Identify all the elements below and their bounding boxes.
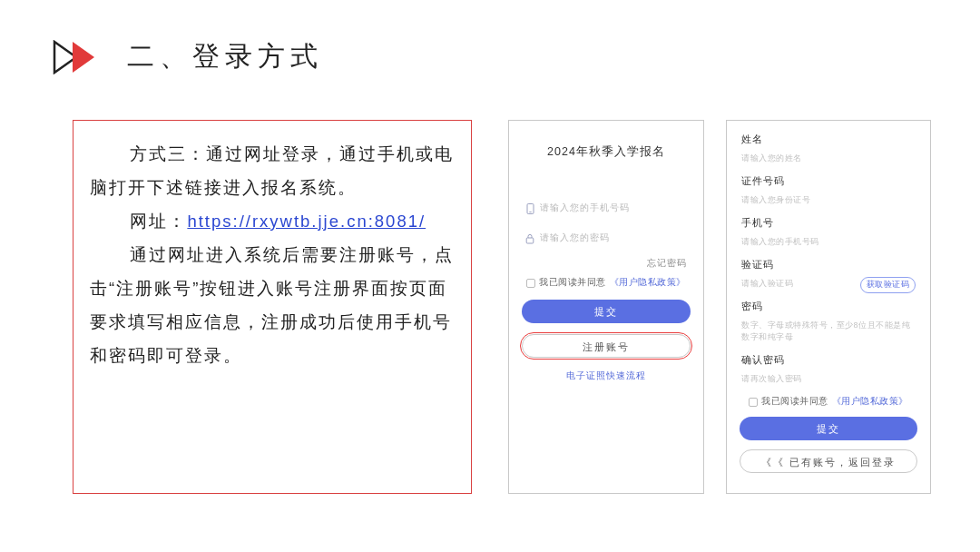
name-input[interactable]: 请输入您的姓名 [741, 150, 916, 170]
signup-agree-prefix: 我已阅读并同意 [761, 396, 828, 408]
forgot-password-link[interactable]: 忘记密码 [520, 258, 692, 270]
id-input[interactable]: 请输入您身份证号 [741, 192, 916, 212]
login-password-placeholder: 请输入您的密码 [540, 232, 610, 244]
password-input[interactable]: 数字、字母或特殊符号，至少8位且不能是纯数字和纯字母 [741, 317, 916, 349]
signup-agree-checkbox[interactable] [749, 398, 758, 407]
svg-rect-4 [526, 238, 534, 243]
signup-submit-button[interactable]: 提交 [740, 417, 917, 440]
double-play-icon [53, 40, 109, 74]
instruction-p3: 通过网址进入系统后需要注册账号，点击“注册账号”按钮进入账号注册界面按页面要求填… [90, 238, 455, 372]
phone-label: 手机号 [741, 217, 916, 230]
slide-header: 二、登录方式 [53, 38, 323, 75]
login-submit-button[interactable]: 提交 [522, 300, 691, 323]
slide-title: 二、登录方式 [127, 38, 323, 75]
name-label: 姓名 [741, 133, 916, 146]
id-label: 证件号码 [741, 175, 916, 188]
code-input[interactable]: 请输入验证码 [741, 275, 860, 295]
get-code-button[interactable]: 获取验证码 [860, 277, 916, 293]
instruction-p1: 方式三：通过网址登录，通过手机或电脑打开下述链接进入报名系统。 [90, 137, 455, 204]
slide-root: 二、登录方式 方式三：通过网址登录，通过手机或电脑打开下述链接进入报名系统。 网… [0, 0, 980, 552]
login-password-field[interactable]: 请输入您的密码 [525, 228, 687, 249]
url-label: 网址： [130, 212, 187, 231]
login-phone-placeholder: 请输入您的手机号码 [540, 202, 630, 214]
lock-icon [525, 233, 534, 244]
confirm-password-field: 确认密码 请再次输入密码 [741, 354, 916, 390]
phone-input[interactable]: 请输入您的手机号码 [741, 233, 916, 253]
svg-rect-3 [529, 212, 531, 212]
confirm-password-input[interactable]: 请再次输入密码 [741, 370, 916, 390]
svg-marker-1 [73, 42, 94, 73]
phone-field: 手机号 请输入您的手机号码 [741, 217, 916, 253]
register-button[interactable]: 注册账号 [522, 334, 691, 358]
login-title: 2024年秋季入学报名 [520, 144, 692, 160]
instruction-url-line: 网址：https://rxywtb.jje.cn:8081/ [90, 204, 455, 238]
phone-icon [525, 203, 534, 214]
login-agree-row: 我已阅读并同意 《用户隐私政策》 [520, 277, 692, 289]
agree-checkbox[interactable] [526, 279, 535, 288]
login-panel: 2024年秋季入学报名 请输入您的手机号码 请输入您的密码 忘记密码 我已阅读并… [508, 120, 704, 494]
url-link[interactable]: https://rxywtb.jje.cn:8081/ [187, 212, 426, 231]
digital-cert-link[interactable]: 电子证照快速流程 [520, 370, 692, 382]
instruction-box: 方式三：通过网址登录，通过手机或电脑打开下述链接进入报名系统。 网址：https… [73, 120, 472, 494]
back-to-login-button[interactable]: 《《 已有账号，返回登录 [740, 449, 917, 473]
signup-panel: 姓名 请输入您的姓名 证件号码 请输入您身份证号 手机号 请输入您的手机号码 验… [726, 120, 931, 494]
code-label: 验证码 [741, 259, 916, 271]
signup-agree-row: 我已阅读并同意 《用户隐私政策》 [738, 396, 919, 408]
confirm-password-label: 确认密码 [741, 354, 916, 367]
login-phone-field[interactable]: 请输入您的手机号码 [525, 198, 687, 219]
name-field: 姓名 请输入您的姓名 [741, 133, 916, 170]
privacy-policy-link[interactable]: 《用户隐私政策》 [610, 277, 686, 289]
id-field: 证件号码 请输入您身份证号 [741, 175, 916, 212]
agree-prefix: 我已阅读并同意 [539, 277, 606, 289]
code-field: 验证码 请输入验证码 获取验证码 [741, 259, 916, 295]
password-field: 密码 数字、字母或特殊符号，至少8位且不能是纯数字和纯字母 [741, 301, 916, 349]
password-label: 密码 [741, 301, 916, 313]
signup-privacy-link[interactable]: 《用户隐私政策》 [832, 396, 908, 408]
